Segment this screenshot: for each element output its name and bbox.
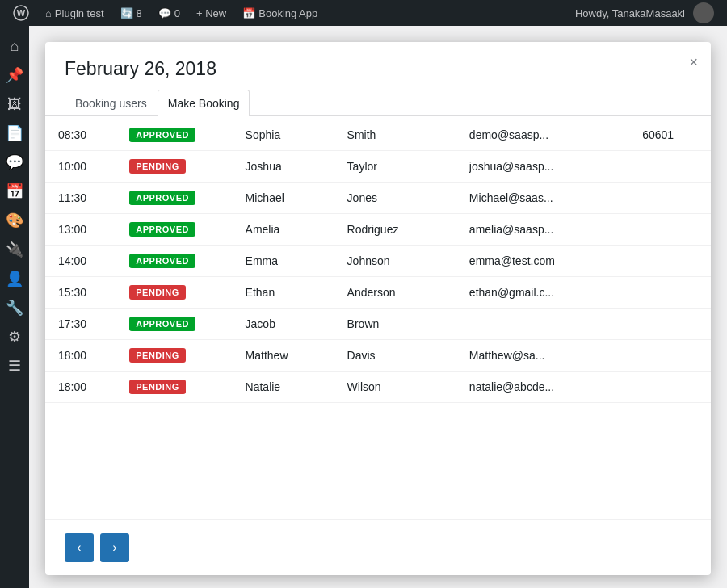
tab-booking-users[interactable]: Booking users [65,90,158,116]
next-button[interactable]: › [100,533,129,562]
status-badge: APPROVED [129,191,195,205]
table-row: 18:00 PENDING Matthew Davis Matthew@sa..… [45,340,711,372]
booking-time: 18:00 [45,372,116,403]
booking-zip: 60601 [629,120,711,151]
booking-firstname: Jacob [233,309,334,340]
sidebar-icon-plugins[interactable]: 🔌 [0,236,29,263]
booking-app-item[interactable]: 📅 Booking App [236,0,324,26]
sidebar-icon-pages[interactable]: 📄 [0,120,29,147]
status-badge: PENDING [129,348,186,363]
prev-icon: ‹ [77,540,81,555]
table-container: 08:30 APPROVED Sophia Smith demo@saasp..… [45,116,711,452]
comments-item[interactable]: 💬 0 [152,0,187,26]
tabs-container: Booking users Make Booking [45,90,711,116]
wp-logo-icon: W [13,5,29,21]
app-name: Booking App [258,7,317,19]
bookings-table: 08:30 APPROVED Sophia Smith demo@saasp..… [45,120,711,403]
booking-firstname: Natalie [233,372,334,403]
wp-logo-item[interactable]: W [6,0,36,26]
sidebar-icon-dashboard[interactable]: ⌂ [0,32,29,60]
booking-time: 14:00 [45,246,116,277]
booking-time: 08:30 [45,120,116,151]
booking-firstname: Matthew [233,340,334,372]
modal-header: February 26, 2018 × [45,42,711,80]
booking-email [456,309,629,340]
updates-count: 8 [137,7,142,19]
booking-email: joshua@saasp... [456,151,629,183]
booking-zip [629,151,711,183]
home-icon: ⌂ [45,7,52,19]
booking-zip [629,277,711,309]
sidebar-icon-comments[interactable]: 💬 [0,149,29,176]
booking-email: natalie@abcde... [456,372,629,403]
booking-status-cell: APPROVED [116,183,232,214]
booking-lastname: Rodriguez [334,214,456,246]
sidebar-icon-users[interactable]: 👤 [0,265,29,292]
site-name: Plugln test [55,7,104,19]
booking-lastname: Johnson [334,246,456,277]
modal-title: February 26, 2018 [65,58,691,80]
table-row: 10:00 PENDING Joshua Taylor joshua@saasp… [45,151,711,183]
booking-zip [629,214,711,246]
booking-status-cell: APPROVED [116,120,232,151]
booking-status-cell: PENDING [116,151,232,183]
svg-text:W: W [17,8,26,18]
admin-bar: W ⌂ Plugln test 🔄 8 💬 0 + New 📅 Booking … [0,0,727,26]
main-content: February 26, 2018 × Booking users Make B… [29,26,727,588]
avatar [693,2,714,23]
table-row: 17:30 APPROVED Jacob Brown [45,309,711,340]
booking-lastname: Anderson [334,277,456,309]
modal-footer: ‹ › [45,519,711,575]
booking-zip [629,183,711,214]
booking-lastname: Taylor [334,151,456,183]
table-row: 13:00 APPROVED Amelia Rodriguez amelia@s… [45,214,711,246]
updates-icon: 🔄 [120,7,133,19]
booking-email: emma@test.com [456,246,629,277]
status-badge: APPROVED [129,222,195,237]
sidebar-icon-booking[interactable]: 📅 [0,178,29,205]
table-row: 18:00 PENDING Natalie Wilson natalie@abc… [45,372,711,403]
sidebar-icon-collapse[interactable]: ☰ [0,352,29,380]
howdy-item[interactable]: Howdy, TanakaMasaaki [569,2,721,23]
booking-time: 11:30 [45,183,116,214]
sidebar-icon-media[interactable]: 🖼 [0,90,29,118]
booking-firstname: Emma [233,246,334,277]
status-badge: APPROVED [129,254,195,268]
comments-count: 0 [174,7,180,19]
updates-item[interactable]: 🔄 8 [114,0,149,26]
booking-status-cell: PENDING [116,277,232,309]
comments-icon: 💬 [158,7,171,19]
site-name-item[interactable]: ⌂ Plugln test [39,0,111,26]
prev-button[interactable]: ‹ [65,533,94,562]
booking-lastname: Davis [334,340,456,372]
sidebar-icon-posts[interactable]: 📌 [0,61,29,89]
howdy-text: Howdy, TanakaMasaaki [575,7,685,19]
booking-lastname: Wilson [334,372,456,403]
booking-firstname: Joshua [233,151,334,183]
table-row: 11:30 APPROVED Michael Jones Michael@saa… [45,183,711,214]
table-row: 08:30 APPROVED Sophia Smith demo@saasp..… [45,120,711,151]
next-icon: › [112,540,116,555]
booking-time: 15:30 [45,277,116,309]
booking-status-cell: PENDING [116,340,232,372]
booking-firstname: Michael [233,183,334,214]
table-row: 15:30 PENDING Ethan Anderson ethan@gmail… [45,277,711,309]
close-button[interactable]: × [689,55,698,69]
status-badge: PENDING [129,380,186,394]
sidebar-icon-appearance[interactable]: 🎨 [0,207,29,234]
sidebar-icon-settings[interactable]: ⚙ [0,323,29,351]
booking-email: amelia@saasp... [456,214,629,246]
admin-bar-right: Howdy, TanakaMasaaki [569,2,721,23]
sidebar-icon-tools[interactable]: 🔧 [0,294,29,321]
status-badge: PENDING [129,285,186,300]
booking-firstname: Sophia [233,120,334,151]
tab-make-booking[interactable]: Make Booking [158,90,250,116]
booking-lastname: Smith [334,120,456,151]
booking-time: 18:00 [45,340,116,372]
status-badge: APPROVED [129,128,195,142]
booking-email: Matthew@sa... [456,340,629,372]
new-item[interactable]: + New [190,0,233,26]
status-badge: PENDING [129,159,186,174]
booking-status-cell: APPROVED [116,309,232,340]
booking-zip [629,372,711,403]
